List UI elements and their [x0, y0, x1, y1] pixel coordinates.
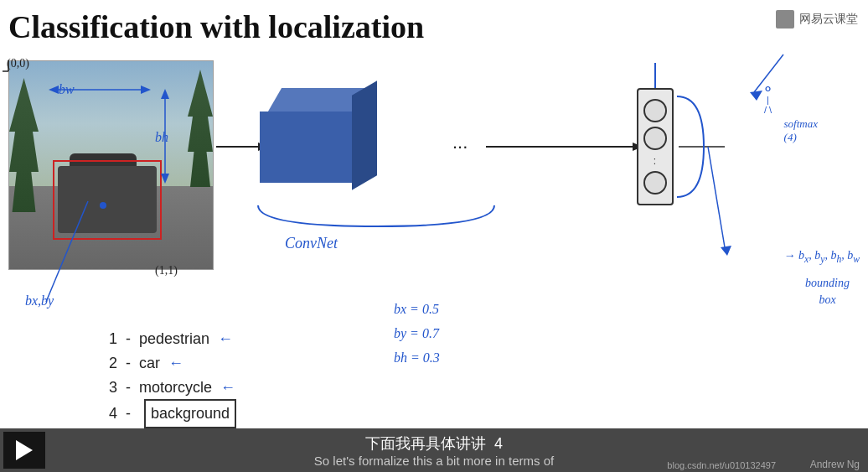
convnet-cube — [260, 88, 377, 189]
tl-circle-2 — [643, 127, 667, 150]
arrow-3: ← — [220, 379, 235, 396]
arrow-1: ← — [218, 330, 233, 347]
arrow-2: ← — [168, 355, 183, 371]
background-box: background — [144, 399, 236, 428]
author-watermark: Andrew Ng — [810, 459, 860, 470]
svg-marker-14 — [161, 174, 169, 184]
svg-text:···: ··· — [452, 136, 468, 157]
list-item-1: 1 - pedestrian ← — [109, 327, 236, 351]
traffic-light: : — [637, 88, 674, 205]
svg-marker-11 — [141, 86, 151, 94]
play-button[interactable] — [3, 432, 45, 469]
cube-front-face — [260, 112, 352, 183]
svg-line-15 — [46, 201, 88, 302]
softmax-label: softmax(4) — [784, 117, 818, 144]
cube-right-face — [352, 80, 377, 189]
subtitle-chinese: 下面我再具体讲讲 4 — [365, 433, 503, 454]
convnet-label: ConvNet — [285, 235, 338, 252]
bbox-values: bx = 0.5 by = 0.7 bh = 0.3 — [394, 298, 440, 370]
list-item-4: 4 - background — [109, 399, 236, 428]
svg-marker-18 — [750, 91, 762, 101]
by-value: by = 0.7 — [394, 322, 440, 346]
play-icon — [16, 440, 33, 460]
person-icon: ⚬ | / \ — [762, 80, 774, 115]
tl-circle-3 — [643, 171, 667, 195]
bounding-box-label: boundingbox — [805, 275, 850, 308]
svg-marker-10 — [49, 86, 59, 94]
bbox-formula-label: → bx, by, bh, bw — [784, 247, 860, 267]
tl-dots: : — [654, 155, 657, 167]
svg-marker-20 — [721, 246, 731, 256]
bx-value: bx = 0.5 — [394, 298, 440, 322]
subtitle-english: So let's formalize this a bit more in te… — [314, 454, 554, 468]
svg-marker-13 — [161, 89, 169, 99]
class-list: 1 - pedestrian ← 2 - car ← 3 - motorcycl… — [109, 327, 236, 428]
tl-circle-1 — [643, 99, 667, 122]
list-item-3: 3 - motorcycle ← — [109, 376, 236, 400]
bh-value: bh = 0.3 — [394, 346, 440, 371]
svg-line-19 — [708, 147, 725, 247]
list-item-2: 2 - car ← — [109, 351, 236, 376]
blog-watermark: blog.csdn.net/u010132497 — [667, 460, 776, 470]
